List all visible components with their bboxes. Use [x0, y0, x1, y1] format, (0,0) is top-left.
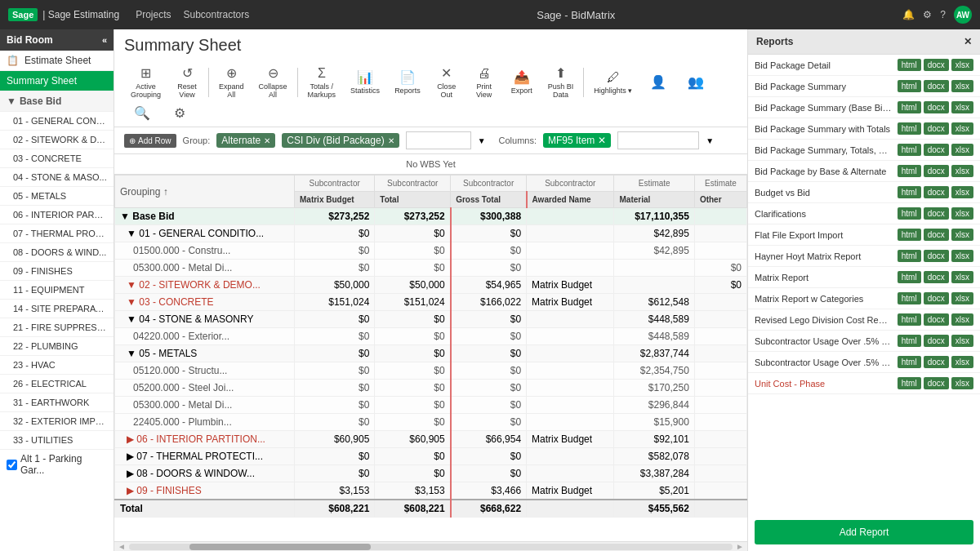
toolbar-export[interactable]: 📤 Export [504, 67, 540, 97]
toolbar-user-single[interactable]: 👤 [640, 72, 676, 92]
scroll-right-btn[interactable]: ► [733, 542, 744, 551]
report-btn-xlsx[interactable]: xlsx [951, 356, 973, 368]
notifications-icon[interactable]: 🔔 [902, 9, 915, 20]
report-btn-xlsx[interactable]: xlsx [951, 229, 973, 241]
sidebar-item-33[interactable]: 33 - UTILITIES [0, 431, 114, 450]
group-dropdown-btn[interactable]: ▼ [478, 136, 486, 145]
toolbar-highlights[interactable]: 🖊 Highlights ▾ [587, 68, 639, 97]
sidebar-item-03[interactable]: 03 - CONCRETE [0, 149, 114, 168]
sidebar-item-07[interactable]: 07 - THERMAL PROTE... [0, 224, 114, 243]
table-row[interactable]: ▶ 07 - THERMAL PROTECTI... $0 $0 $0 $582… [115, 448, 747, 465]
report-btn-xlsx[interactable]: xlsx [951, 144, 973, 156]
close-reports-btn[interactable]: ✕ [964, 36, 972, 47]
sidebar-item-06[interactable]: 06 - INTERIOR PARTI... [0, 206, 114, 224]
report-btn-html[interactable]: html [898, 122, 921, 135]
table-row[interactable]: Total $608,221 $608,221 $668,622 $455,56… [115, 500, 747, 518]
report-btn-xlsx[interactable]: xlsx [951, 313, 973, 326]
scroll-track[interactable] [129, 544, 733, 550]
horizontal-scrollbar[interactable]: ◄ ► [114, 541, 747, 551]
report-item[interactable]: Matrix Report w Categorieshtmldocxxlsx [748, 288, 980, 309]
report-btn-html[interactable]: html [898, 59, 921, 71]
remove-alternate-tag[interactable]: ✕ [264, 136, 270, 145]
toolbar-settings[interactable]: ⚙ [162, 103, 198, 123]
table-row[interactable]: ▼ 01 - GENERAL CONDITIO... $0 $0 $0 $42,… [115, 225, 747, 242]
toolbar-user-group[interactable]: 👥 [678, 72, 714, 92]
toolbar-close-out[interactable]: ✕ CloseOut [429, 63, 465, 101]
sidebar-item-32[interactable]: 32 - EXTERIOR IMPR... [0, 412, 114, 431]
nav-subcontractors[interactable]: Subcontractors [184, 9, 250, 20]
group-search-input[interactable] [406, 131, 471, 149]
sidebar-item-01[interactable]: 01 - GENERAL CONDI... [0, 112, 114, 131]
toolbar-push-bi[interactable]: ⬆ Push BIData [541, 63, 581, 101]
report-btn-docx[interactable]: docx [924, 335, 949, 347]
sidebar-item-02[interactable]: 02 - SITEWORK & DE... [0, 131, 114, 149]
sidebar-item-04[interactable]: 04 - STONE & MASO... [0, 168, 114, 187]
scroll-thumb[interactable] [189, 544, 371, 550]
report-btn-html[interactable]: html [898, 271, 921, 283]
report-item[interactable]: Hayner Hoyt Matrix Reporthtmldocxxlsx [748, 246, 980, 267]
report-item[interactable]: Bid Package Summary with Totalshtmldocxx… [748, 118, 980, 140]
report-btn-docx[interactable]: docx [924, 144, 949, 156]
report-btn-html[interactable]: html [898, 229, 921, 241]
report-btn-html[interactable]: html [898, 377, 921, 389]
report-btn-xlsx[interactable]: xlsx [951, 335, 973, 347]
table-row[interactable]: 05200.000 - Steel Joi... $0 $0 $0 $170,2… [115, 380, 747, 397]
toolbar-print[interactable]: 🖨 PrintView [466, 64, 502, 101]
report-btn-docx[interactable]: docx [924, 356, 949, 368]
sidebar-item-14[interactable]: 14 - SITE PREPARATI... [0, 300, 114, 318]
report-btn-html[interactable]: html [898, 250, 921, 262]
sidebar-item-26[interactable]: 26 - ELECTRICAL [0, 375, 114, 393]
report-item[interactable]: Matrix Reporthtmldocxxlsx [748, 267, 980, 288]
report-btn-html[interactable]: html [898, 101, 921, 113]
col-awarded-name[interactable]: Awarded Name [527, 192, 614, 208]
report-btn-docx[interactable]: docx [924, 250, 949, 262]
report-btn-docx[interactable]: docx [924, 186, 949, 198]
col-other[interactable]: Other [694, 192, 746, 208]
col-total[interactable]: Total [375, 192, 451, 208]
filter-tag-csi[interactable]: CSI Div (Bid Package) ✕ [282, 133, 399, 148]
report-item[interactable]: Flat File Export Importhtmldocxxlsx [748, 224, 980, 246]
report-btn-docx[interactable]: docx [924, 101, 949, 113]
report-item[interactable]: Subcontractor Usage Over .5% Base Bid ..… [748, 352, 980, 373]
nav-projects[interactable]: Projects [136, 9, 171, 20]
toolbar-search[interactable]: 🔍 [124, 103, 160, 123]
table-row[interactable]: ▼ 03 - CONCRETE $151,024 $151,024 $166,0… [115, 294, 747, 311]
table-row[interactable]: ▶ 09 - FINISHES $3,153 $3,153 $3,466 Mat… [115, 482, 747, 500]
report-item[interactable]: Bid Package Summary (Base Bid) with Tot.… [748, 97, 980, 118]
toolbar-expand-all[interactable]: ⊕ ExpandAll [212, 63, 251, 101]
sidebar-collapse-btn[interactable]: « [102, 35, 107, 45]
report-btn-xlsx[interactable]: xlsx [951, 250, 973, 262]
table-row[interactable]: 05120.000 - Structu... $0 $0 $0 $2,354,7… [115, 362, 747, 380]
sidebar-item-09[interactable]: 09 - FINISHES [0, 262, 114, 281]
report-btn-docx[interactable]: docx [924, 59, 949, 71]
report-btn-docx[interactable]: docx [924, 271, 949, 283]
table-row[interactable]: 05300.000 - Metal Di... $0 $0 $0 $0 [115, 260, 747, 277]
report-btn-xlsx[interactable]: xlsx [951, 186, 973, 198]
table-row[interactable]: 22405.000 - Plumbin... $0 $0 $0 $15,900 [115, 414, 747, 431]
settings-icon[interactable]: ⚙ [923, 9, 932, 20]
report-btn-html[interactable]: html [898, 144, 921, 156]
report-btn-html[interactable]: html [898, 335, 921, 347]
sidebar-item-23[interactable]: 23 - HVAC [0, 356, 114, 375]
report-btn-xlsx[interactable]: xlsx [951, 80, 973, 92]
report-btn-html[interactable]: html [898, 313, 921, 326]
table-area[interactable]: No WBS Yet Grouping ↑ Subcontractor Subc… [114, 154, 747, 541]
report-btn-docx[interactable]: docx [924, 207, 949, 220]
sidebar-item-05[interactable]: 05 - METALS [0, 187, 114, 206]
report-item[interactable]: Budget vs Bidhtmldocxxlsx [748, 182, 980, 203]
table-row[interactable]: 05300.000 - Metal Di... $0 $0 $0 $296,84… [115, 397, 747, 414]
add-row-btn[interactable]: ⊕ Add Row [124, 134, 176, 148]
report-btn-html[interactable]: html [898, 80, 921, 92]
toolbar-reset-view[interactable]: ↺ ResetView [169, 63, 205, 101]
alt1-checkbox[interactable] [7, 460, 17, 470]
report-btn-xlsx[interactable]: xlsx [951, 59, 973, 71]
col-grouping[interactable]: Grouping ↑ [115, 176, 295, 208]
column-tag-mf95[interactable]: MF95 Item ✕ [543, 133, 611, 148]
report-item[interactable]: Subcontractor Usage Over .5% Base Bidhtm… [748, 331, 980, 352]
table-row[interactable]: 01500.000 - Constru... $0 $0 $0 $42,895 [115, 242, 747, 260]
report-btn-html[interactable]: html [898, 356, 921, 368]
filter-tag-alternate[interactable]: Alternate ✕ [216, 133, 275, 148]
remove-col-tag[interactable]: ✕ [598, 135, 606, 146]
report-btn-xlsx[interactable]: xlsx [951, 165, 973, 177]
sidebar-item-summary-sheet[interactable]: Summary Sheet [0, 71, 114, 91]
